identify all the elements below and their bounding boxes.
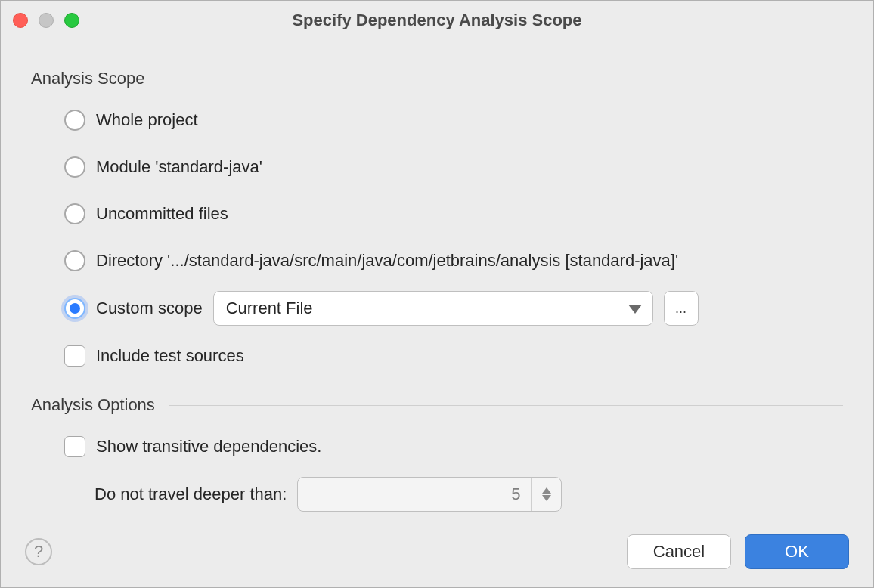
radio-whole-project-label: Whole project: [96, 110, 198, 130]
analysis-scope-group: Whole project Module 'standard-java' Unc…: [31, 104, 843, 373]
radio-custom-scope[interactable]: [64, 298, 85, 319]
radio-directory-label: Directory '.../standard-java/src/main/ja…: [96, 251, 678, 271]
chevron-down-icon: [628, 299, 642, 318]
spinner-arrows[interactable]: [531, 478, 561, 511]
depth-label: Do not travel deeper than:: [95, 484, 287, 504]
chevron-up-icon[interactable]: [542, 487, 551, 494]
window-controls: [13, 13, 79, 28]
analysis-scope-label: Analysis Scope: [31, 69, 144, 88]
close-icon[interactable]: [13, 13, 28, 28]
radio-custom-scope-row[interactable]: Custom scope Current File ...: [64, 291, 843, 326]
show-transitive-label: Show transitive dependencies.: [96, 437, 321, 456]
depth-spinner[interactable]: 5: [297, 477, 562, 512]
chevron-down-icon[interactable]: [542, 495, 551, 501]
minimize-icon[interactable]: [39, 13, 54, 28]
ok-button[interactable]: OK: [745, 534, 849, 569]
help-button[interactable]: ?: [25, 538, 52, 565]
analysis-options-label: Analysis Options: [31, 395, 155, 415]
analysis-options-group: Show transitive dependencies. Do not tra…: [31, 430, 843, 512]
radio-whole-project[interactable]: [64, 110, 85, 131]
separator-line: [169, 405, 843, 406]
show-transitive-checkbox[interactable]: [64, 436, 85, 457]
dependency-analysis-scope-dialog: Specify Dependency Analysis Scope Analys…: [0, 0, 874, 588]
separator-line: [158, 79, 843, 79]
radio-directory-row[interactable]: Directory '.../standard-java/src/main/ja…: [64, 244, 843, 277]
svg-marker-2: [542, 495, 551, 501]
svg-marker-0: [628, 305, 642, 314]
radio-uncommitted-label: Uncommitted files: [96, 204, 228, 224]
dialog-footer: ? Cancel OK: [1, 522, 873, 587]
radio-module[interactable]: [64, 156, 85, 178]
cancel-button-label: Cancel: [653, 542, 705, 562]
radio-uncommitted-row[interactable]: Uncommitted files: [64, 197, 843, 231]
dialog-title: Specify Dependency Analysis Scope: [1, 11, 873, 30]
show-transitive-row[interactable]: Show transitive dependencies.: [64, 430, 843, 463]
dialog-content: Analysis Scope Whole project Module 'sta…: [1, 40, 873, 522]
custom-scope-dropdown[interactable]: Current File: [213, 291, 653, 326]
depth-row: Do not travel deeper than: 5: [95, 477, 843, 512]
cancel-button[interactable]: Cancel: [627, 534, 731, 569]
include-tests-row[interactable]: Include test sources: [64, 339, 843, 373]
radio-directory[interactable]: [64, 250, 85, 271]
include-test-sources-checkbox[interactable]: [64, 345, 85, 367]
ellipsis-icon: ...: [675, 301, 686, 317]
help-icon: ?: [34, 542, 43, 562]
maximize-icon[interactable]: [64, 13, 79, 28]
radio-module-row[interactable]: Module 'standard-java': [64, 150, 843, 184]
browse-scope-button[interactable]: ...: [664, 291, 699, 326]
radio-uncommitted[interactable]: [64, 203, 85, 224]
custom-scope-dropdown-value: Current File: [226, 299, 313, 318]
radio-custom-scope-label: Custom scope: [96, 299, 203, 318]
radio-module-label: Module 'standard-java': [96, 157, 262, 177]
radio-whole-project-row[interactable]: Whole project: [64, 104, 843, 137]
analysis-options-section-header: Analysis Options: [31, 395, 843, 415]
include-test-sources-label: Include test sources: [96, 346, 244, 366]
depth-value[interactable]: 5: [298, 484, 531, 504]
ok-button-label: OK: [785, 542, 809, 562]
svg-marker-1: [542, 487, 551, 494]
analysis-scope-section-header: Analysis Scope: [31, 69, 843, 88]
titlebar: Specify Dependency Analysis Scope: [1, 1, 873, 40]
